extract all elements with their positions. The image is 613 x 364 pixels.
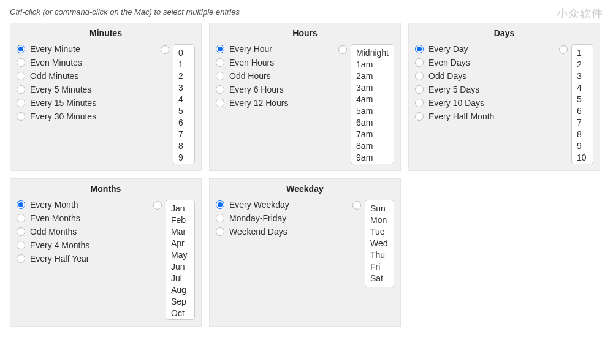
days-option-even[interactable]: Even Days bbox=[415, 58, 555, 67]
days-listbox[interactable]: 1 2 3 4 5 6 7 8 9 10 bbox=[571, 44, 593, 164]
list-item[interactable]: 7 bbox=[577, 117, 588, 129]
list-item[interactable]: 5 bbox=[577, 94, 588, 105]
minutes-option-every-15[interactable]: Every 15 Minutes bbox=[17, 98, 157, 108]
list-item[interactable]: Thu bbox=[370, 249, 389, 261]
radio-label: Every 12 Hours bbox=[229, 98, 288, 108]
radio-icon bbox=[415, 72, 424, 80]
list-item[interactable]: 10 bbox=[577, 152, 588, 164]
days-option-odd[interactable]: Odd Days bbox=[415, 71, 555, 81]
radio-icon bbox=[216, 200, 224, 209]
radio-icon bbox=[415, 99, 424, 107]
list-item[interactable]: 9 bbox=[178, 152, 189, 164]
days-custom-radio[interactable] bbox=[559, 45, 568, 54]
list-item[interactable]: Oct bbox=[171, 308, 189, 319]
list-item[interactable]: May bbox=[171, 249, 189, 261]
list-item[interactable]: 6 bbox=[178, 117, 189, 129]
list-item[interactable]: 7am bbox=[356, 129, 389, 140]
list-item[interactable]: Fri bbox=[370, 261, 389, 273]
radio-icon bbox=[17, 214, 25, 222]
list-item[interactable]: 5 bbox=[178, 105, 189, 117]
list-item[interactable]: Jun bbox=[171, 261, 189, 273]
list-item[interactable]: 1 bbox=[178, 59, 189, 70]
months-option-odd[interactable]: Odd Months bbox=[17, 227, 150, 237]
list-item[interactable]: 3 bbox=[178, 82, 189, 94]
radio-icon bbox=[17, 58, 25, 67]
weekday-option-weekend[interactable]: Weekend Days bbox=[216, 227, 349, 237]
minutes-listbox[interactable]: 0 1 2 3 4 5 6 7 8 9 bbox=[173, 44, 195, 164]
list-item[interactable]: Tue bbox=[370, 226, 389, 238]
days-option-half-month[interactable]: Every Half Month bbox=[415, 112, 555, 121]
list-item[interactable]: 9 bbox=[577, 140, 588, 152]
list-item[interactable]: Wed bbox=[370, 238, 389, 249]
list-item[interactable]: 2 bbox=[178, 70, 189, 82]
list-item[interactable]: Midnight bbox=[356, 47, 389, 59]
weekday-option-mon-fri[interactable]: Monday-Friday bbox=[216, 213, 349, 223]
list-item[interactable]: 6am bbox=[356, 117, 389, 129]
minutes-option-even[interactable]: Even Minutes bbox=[17, 58, 157, 67]
days-option-every-5[interactable]: Every 5 Days bbox=[415, 85, 555, 94]
list-item[interactable]: 8 bbox=[577, 129, 588, 140]
radio-label: Every 10 Days bbox=[428, 98, 484, 108]
list-item[interactable]: 2 bbox=[577, 59, 588, 70]
minutes-option-odd[interactable]: Odd Minutes bbox=[17, 71, 157, 81]
list-item[interactable]: 9am bbox=[356, 152, 389, 164]
months-listbox[interactable]: Jan Feb Mar Apr May Jun Jul Aug Sep Oct bbox=[166, 200, 195, 320]
months-option-every-month[interactable]: Every Month bbox=[17, 200, 150, 210]
radio-icon bbox=[17, 241, 25, 249]
list-item[interactable]: 2am bbox=[356, 70, 389, 82]
hours-option-every-6[interactable]: Every 6 Hours bbox=[216, 85, 335, 94]
hours-option-odd[interactable]: Odd Hours bbox=[216, 71, 335, 81]
months-option-every-4[interactable]: Every 4 Months bbox=[17, 240, 150, 250]
list-item[interactable]: Sun bbox=[370, 203, 389, 214]
list-item[interactable]: 0 bbox=[178, 47, 189, 59]
radio-icon bbox=[216, 58, 224, 67]
radio-icon bbox=[17, 112, 25, 121]
hours-option-every-hour[interactable]: Every Hour bbox=[216, 44, 335, 54]
list-item[interactable]: Jan bbox=[171, 203, 189, 214]
list-item[interactable]: Aug bbox=[171, 284, 189, 296]
radio-icon bbox=[415, 58, 424, 67]
list-item[interactable]: Mar bbox=[171, 226, 189, 238]
list-item[interactable]: 1 bbox=[577, 47, 588, 59]
radio-label: Even Hours bbox=[229, 58, 274, 67]
list-item[interactable]: 4am bbox=[356, 94, 389, 105]
days-option-every-10[interactable]: Every 10 Days bbox=[415, 98, 555, 108]
list-item[interactable]: 6 bbox=[577, 105, 588, 117]
weekday-listbox[interactable]: Sun Mon Tue Wed Thu Fri Sat bbox=[365, 200, 394, 287]
list-item[interactable]: 3am bbox=[356, 82, 389, 94]
list-item[interactable]: 5am bbox=[356, 105, 389, 117]
list-item[interactable]: Apr bbox=[171, 238, 189, 249]
radio-label: Every Hour bbox=[229, 44, 272, 54]
weekday-option-every-weekday[interactable]: Every Weekday bbox=[216, 200, 349, 210]
minutes-custom-radio[interactable] bbox=[161, 45, 169, 54]
list-item[interactable]: 8 bbox=[178, 140, 189, 152]
list-item[interactable]: Feb bbox=[171, 214, 189, 226]
hours-custom-radio[interactable] bbox=[338, 45, 347, 54]
minutes-option-every-5[interactable]: Every 5 Minutes bbox=[17, 85, 157, 94]
hours-option-every-12[interactable]: Every 12 Hours bbox=[216, 98, 335, 108]
radio-icon bbox=[17, 254, 25, 263]
hours-option-even[interactable]: Even Hours bbox=[216, 58, 335, 67]
list-item[interactable]: Jul bbox=[171, 273, 189, 284]
months-option-even[interactable]: Even Months bbox=[17, 213, 150, 223]
minutes-radio-group: Every Minute Even Minutes Odd Minutes Ev… bbox=[17, 44, 157, 121]
months-title: Months bbox=[17, 184, 195, 194]
hours-listbox[interactable]: Midnight 1am 2am 3am 4am 5am 6am 7am 8am… bbox=[351, 44, 394, 164]
list-item[interactable]: 1am bbox=[356, 59, 389, 70]
list-item[interactable]: 8am bbox=[356, 140, 389, 152]
days-option-every-day[interactable]: Every Day bbox=[415, 44, 555, 54]
list-item[interactable]: 4 bbox=[178, 94, 189, 105]
list-item[interactable]: 7 bbox=[178, 129, 189, 140]
minutes-option-every-minute[interactable]: Every Minute bbox=[17, 44, 157, 54]
radio-label: Monday-Friday bbox=[229, 213, 286, 223]
months-custom-radio[interactable] bbox=[153, 201, 162, 210]
months-option-half-year[interactable]: Every Half Year bbox=[17, 254, 150, 264]
list-item[interactable]: 3 bbox=[577, 70, 588, 82]
list-item[interactable]: Sat bbox=[370, 273, 389, 284]
radio-icon bbox=[17, 45, 25, 53]
list-item[interactable]: 4 bbox=[577, 82, 588, 94]
list-item[interactable]: Sep bbox=[171, 296, 189, 308]
weekday-custom-radio[interactable] bbox=[352, 201, 361, 210]
list-item[interactable]: Mon bbox=[370, 214, 389, 226]
minutes-option-every-30[interactable]: Every 30 Minutes bbox=[17, 112, 157, 121]
